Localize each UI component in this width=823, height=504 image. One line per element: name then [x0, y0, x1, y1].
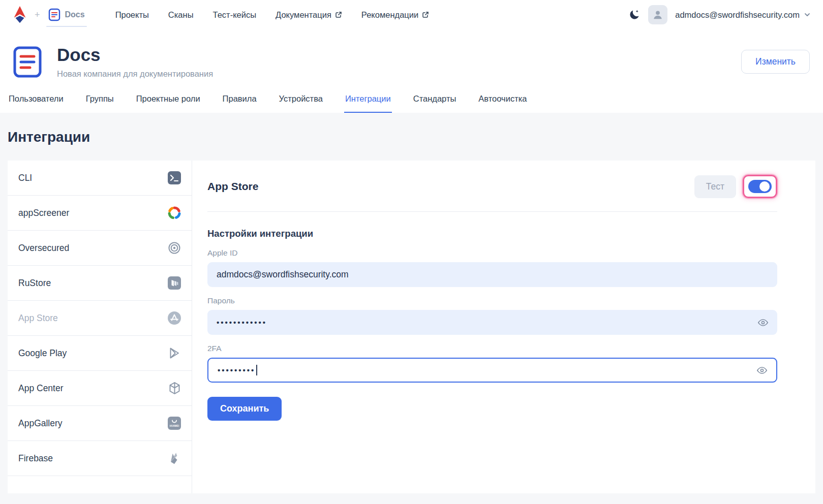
- brand: + Docs: [10, 0, 87, 29]
- company-name: Docs: [65, 10, 85, 19]
- account-menu[interactable]: admdocs@swordfishsecurity.com: [675, 10, 811, 20]
- dark-mode-toggle-icon[interactable]: [628, 9, 641, 21]
- external-link-icon: [335, 11, 342, 18]
- twofa-masked-value: •••••••••: [218, 366, 255, 374]
- eye-icon: [757, 317, 769, 328]
- page-title: Интеграции: [8, 129, 815, 145]
- docs-company-icon: [48, 8, 60, 21]
- content-area: Интеграции CLI appScreener: [0, 113, 823, 493]
- detail-header: App Store Тест: [207, 175, 777, 198]
- tab-integrations[interactable]: Интеграции: [344, 91, 392, 113]
- nav-recommendations[interactable]: Рекомендации: [361, 10, 429, 20]
- list-item-appgallery[interactable]: AppGallery HUAWEI: [8, 406, 192, 441]
- eye-icon: [756, 365, 768, 376]
- company-switcher[interactable]: Docs: [46, 0, 87, 29]
- integration-enabled-toggle[interactable]: [748, 180, 772, 193]
- terminal-icon: [167, 171, 181, 185]
- swordfish-logo[interactable]: [10, 5, 29, 24]
- password-label: Пароль: [207, 296, 777, 305]
- toggle-highlight-annotation: [743, 175, 777, 198]
- google-play-icon: [167, 346, 181, 360]
- twofa-visibility-toggle[interactable]: [754, 363, 770, 378]
- top-navigation: + Docs Проекты Сканы Тест-кейсы Документ…: [0, 0, 823, 29]
- tab-groups[interactable]: Группы: [85, 91, 115, 113]
- nav-scans[interactable]: Сканы: [168, 10, 194, 20]
- list-item-firebase[interactable]: Firebase: [8, 441, 192, 476]
- list-item-oversecured[interactable]: Oversecured: [8, 231, 192, 266]
- list-item-appscreener[interactable]: appScreener: [8, 196, 192, 231]
- apple-id-field[interactable]: admdocs@swordfishsecurity.com: [207, 262, 777, 287]
- tab-devices[interactable]: Устройства: [278, 91, 324, 113]
- list-item-rustore[interactable]: RuStore: [8, 266, 192, 301]
- list-item-cli[interactable]: CLI: [8, 161, 192, 196]
- text-caret: [256, 365, 257, 375]
- chevron-down-icon: [804, 11, 811, 18]
- integration-detail: App Store Тест Настройки интеграции Appl…: [192, 161, 815, 493]
- company-header: Docs Новая компания для документирования…: [0, 29, 823, 91]
- integration-list: CLI appScreener Oversecured: [8, 161, 192, 493]
- user-email: admdocs@swordfishsecurity.com: [675, 10, 800, 20]
- password-visibility-toggle[interactable]: [755, 315, 771, 330]
- test-button[interactable]: Тест: [694, 175, 736, 198]
- avatar[interactable]: [648, 5, 667, 24]
- tab-autocleanup[interactable]: Автоочистка: [477, 91, 528, 113]
- divider: [207, 211, 777, 212]
- primary-nav: Проекты Сканы Тест-кейсы Документация Ре…: [115, 10, 430, 20]
- app-store-icon: [167, 311, 181, 325]
- save-button[interactable]: Сохранить: [207, 397, 282, 421]
- document-icon: [13, 46, 42, 78]
- detail-controls: Тест: [694, 175, 777, 198]
- tab-project-roles[interactable]: Проектные роли: [135, 91, 201, 113]
- twofa-field[interactable]: •••••••••: [207, 358, 777, 383]
- tab-rules[interactable]: Правила: [222, 91, 258, 113]
- nav-documentation[interactable]: Документация: [276, 10, 342, 20]
- settings-heading: Настройки интеграции: [207, 228, 777, 239]
- password-masked-value: ••••••••••••: [217, 318, 267, 327]
- edit-button[interactable]: Изменить: [741, 50, 810, 74]
- title-block: Docs Новая компания для документирования: [57, 45, 213, 79]
- integration-title: App Store: [207, 180, 258, 193]
- list-item-app-center[interactable]: App Center: [8, 371, 192, 406]
- appscreener-icon: [167, 206, 181, 220]
- brand-plus: +: [35, 10, 40, 20]
- list-item-app-store[interactable]: App Store: [8, 301, 192, 336]
- nav-projects[interactable]: Проекты: [115, 10, 149, 20]
- password-field[interactable]: ••••••••••••: [207, 310, 777, 335]
- apple-id-label: Apple ID: [207, 248, 777, 258]
- integrations-panel: CLI appScreener Oversecured: [8, 161, 815, 493]
- apple-id-value: admdocs@swordfishsecurity.com: [217, 269, 349, 280]
- tab-users[interactable]: Пользователи: [8, 91, 65, 113]
- appgallery-icon: HUAWEI: [167, 416, 181, 430]
- svg-text:HUAWEI: HUAWEI: [170, 425, 179, 427]
- tab-standards[interactable]: Стандарты: [412, 91, 458, 113]
- nav-test-cases[interactable]: Тест-кейсы: [213, 10, 257, 20]
- oversecured-icon: [167, 241, 181, 255]
- company-subtitle: Новая компания для документирования: [57, 69, 213, 79]
- topnav-right: admdocs@swordfishsecurity.com: [628, 5, 811, 24]
- rustore-icon: [167, 276, 181, 290]
- list-item-google-play[interactable]: Google Play: [8, 336, 192, 371]
- section-tabs: Пользователи Группы Проектные роли Прави…: [0, 91, 823, 113]
- twofa-label: 2FA: [207, 344, 777, 353]
- firebase-icon: [167, 451, 181, 465]
- company-title: Docs: [57, 45, 213, 65]
- toggle-knob: [759, 181, 770, 192]
- external-link-icon: [422, 11, 429, 18]
- app-center-icon: [167, 381, 181, 395]
